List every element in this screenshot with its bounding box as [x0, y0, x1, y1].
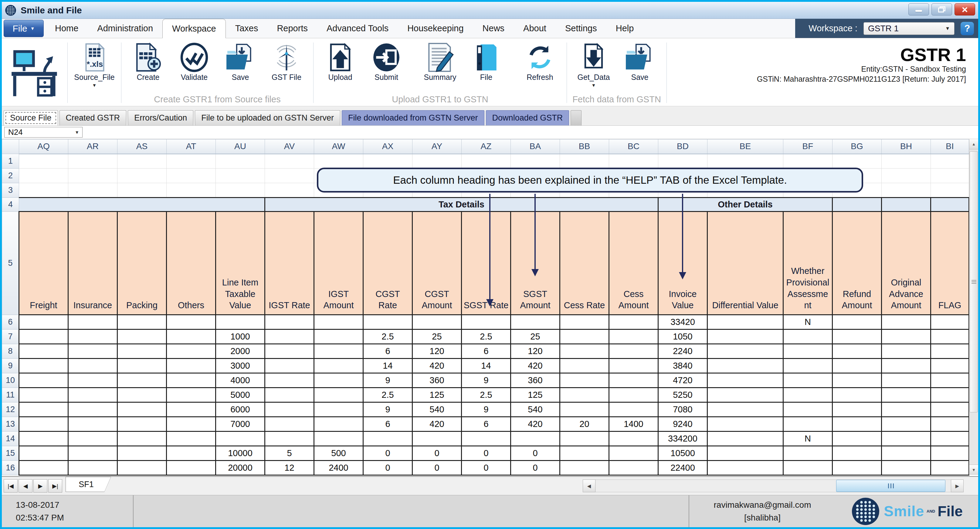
cell-BG7[interactable]	[832, 330, 882, 344]
cell-AT3[interactable]	[167, 183, 216, 198]
cell-BC8[interactable]	[609, 344, 658, 359]
vertical-scroll-thumb[interactable]	[970, 151, 978, 413]
summary-button[interactable]: Summary	[417, 41, 463, 82]
cell-AY15[interactable]: 0	[412, 446, 461, 460]
header-BI[interactable]: FLAG	[931, 212, 969, 315]
header-BB[interactable]: Cess Rate	[560, 212, 609, 315]
cell-BB9[interactable]	[560, 359, 609, 373]
cell-BF16[interactable]	[783, 460, 832, 475]
band-blank[interactable]	[19, 198, 265, 212]
cell-AS14[interactable]	[118, 432, 167, 446]
cell-BI7[interactable]	[931, 330, 969, 344]
cell-BI9[interactable]	[931, 359, 969, 373]
menu-item-workspace[interactable]: Workspace	[162, 19, 226, 38]
cell-BC10[interactable]	[609, 373, 658, 388]
cell-BI11[interactable]	[931, 388, 969, 402]
cell-BH2[interactable]	[882, 169, 931, 183]
cell-BF1[interactable]	[783, 154, 832, 169]
header-AZ[interactable]: SGST Rate	[461, 212, 511, 315]
header-BE[interactable]: Differential Value	[708, 212, 783, 315]
cell-BA15[interactable]: 0	[511, 446, 560, 460]
cell-AY8[interactable]: 120	[412, 344, 461, 359]
band-blank-bg[interactable]	[832, 198, 882, 212]
cell-BC11[interactable]	[609, 388, 658, 402]
row-header-7[interactable]: 7	[2, 330, 19, 344]
row-header-9[interactable]: 9	[2, 359, 19, 373]
col-header-AR[interactable]: AR	[68, 139, 118, 154]
cell-AW13[interactable]	[314, 417, 363, 432]
cell-AQ10[interactable]	[19, 373, 68, 388]
validate-button[interactable]: Validate	[171, 41, 217, 82]
cell-AS6[interactable]	[118, 315, 167, 330]
cell-AV1[interactable]	[265, 154, 314, 169]
desk-home-button[interactable]	[6, 41, 64, 106]
cell-AU3[interactable]	[216, 183, 265, 198]
cell-AR7[interactable]	[68, 330, 118, 344]
cell-BG11[interactable]	[832, 388, 882, 402]
horizontal-scrollbar[interactable]: ◀ ▶	[583, 479, 964, 492]
cell-AS12[interactable]	[118, 402, 167, 417]
cell-AS11[interactable]	[118, 388, 167, 402]
tab-created-gstr[interactable]: Created GSTR	[59, 110, 127, 126]
cell-AZ15[interactable]: 0	[461, 446, 511, 460]
col-header-BE[interactable]: BE	[708, 139, 783, 154]
cell-AV6[interactable]	[265, 315, 314, 330]
header-AQ[interactable]: Freight	[19, 212, 68, 315]
cell-BG14[interactable]	[832, 432, 882, 446]
cell-AQ8[interactable]	[19, 344, 68, 359]
cell-BA7[interactable]: 25	[511, 330, 560, 344]
cell-AX11[interactable]: 2.5	[363, 388, 412, 402]
header-BG[interactable]: Refund Amount	[832, 212, 882, 315]
cell-AY14[interactable]	[412, 432, 461, 446]
cell-BC9[interactable]	[609, 359, 658, 373]
cell-AQ11[interactable]	[19, 388, 68, 402]
header-BF[interactable]: Whether Provisional Assessment	[783, 212, 832, 315]
cell-AV16[interactable]: 12	[265, 460, 314, 475]
col-header-AT[interactable]: AT	[167, 139, 216, 154]
cell-BI13[interactable]	[931, 417, 969, 432]
band-blank-bi[interactable]	[931, 198, 969, 212]
cell-AQ14[interactable]	[19, 432, 68, 446]
menu-item-advanced-tools[interactable]: Advanced Tools	[317, 19, 398, 38]
cell-BA14[interactable]	[511, 432, 560, 446]
save-button[interactable]: Save	[217, 41, 263, 82]
cell-BB10[interactable]	[560, 373, 609, 388]
header-AR[interactable]: Insurance	[68, 212, 118, 315]
cell-AU6[interactable]	[216, 315, 265, 330]
cell-AS1[interactable]	[118, 154, 167, 169]
cell-BH16[interactable]	[882, 460, 931, 475]
header-AY[interactable]: CGST Amount	[412, 212, 461, 315]
previous-sheet-button[interactable]: ◀	[19, 479, 32, 492]
cell-BE6[interactable]	[708, 315, 783, 330]
cell-AX10[interactable]: 9	[363, 373, 412, 388]
cell-BI16[interactable]	[931, 460, 969, 475]
submit-button[interactable]: Submit	[363, 41, 409, 82]
cell-AQ2[interactable]	[19, 169, 68, 183]
cell-AR13[interactable]	[68, 417, 118, 432]
header-BD[interactable]: Invoice Value	[658, 212, 708, 315]
band-other-details[interactable]: Other Details	[658, 198, 832, 212]
cell-BC16[interactable]	[609, 460, 658, 475]
cell-AT8[interactable]	[167, 344, 216, 359]
cell-BC1[interactable]	[609, 154, 658, 169]
col-header-AS[interactable]: AS	[118, 139, 167, 154]
col-header-AV[interactable]: AV	[265, 139, 314, 154]
cell-BB15[interactable]	[560, 446, 609, 460]
cell-BH7[interactable]	[882, 330, 931, 344]
cell-AY11[interactable]: 125	[412, 388, 461, 402]
cell-AT11[interactable]	[167, 388, 216, 402]
cell-AS7[interactable]	[118, 330, 167, 344]
cell-BB8[interactable]	[560, 344, 609, 359]
cell-AZ11[interactable]: 2.5	[461, 388, 511, 402]
row-header-12[interactable]: 12	[2, 402, 19, 417]
cell-BI12[interactable]	[931, 402, 969, 417]
cell-AV9[interactable]	[265, 359, 314, 373]
cell-BH10[interactable]	[882, 373, 931, 388]
first-sheet-button[interactable]: |◀	[4, 479, 18, 492]
cell-BA16[interactable]: 0	[511, 460, 560, 475]
cell-AX1[interactable]	[363, 154, 412, 169]
row-header-10[interactable]: 10	[2, 373, 19, 388]
cell-BH9[interactable]	[882, 359, 931, 373]
menu-item-administration[interactable]: Administration	[88, 19, 162, 38]
cell-AW14[interactable]	[314, 432, 363, 446]
